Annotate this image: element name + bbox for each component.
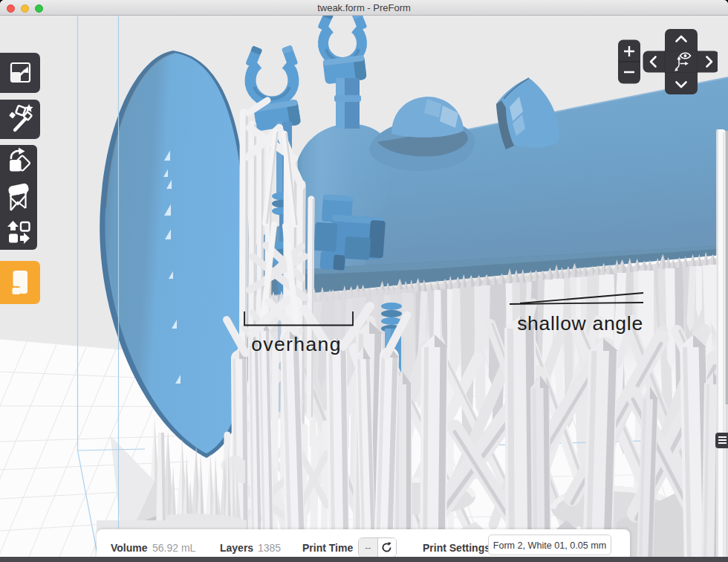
- svg-text:overhang: overhang: [251, 333, 342, 355]
- svg-text:shallow angle: shallow angle: [517, 312, 643, 335]
